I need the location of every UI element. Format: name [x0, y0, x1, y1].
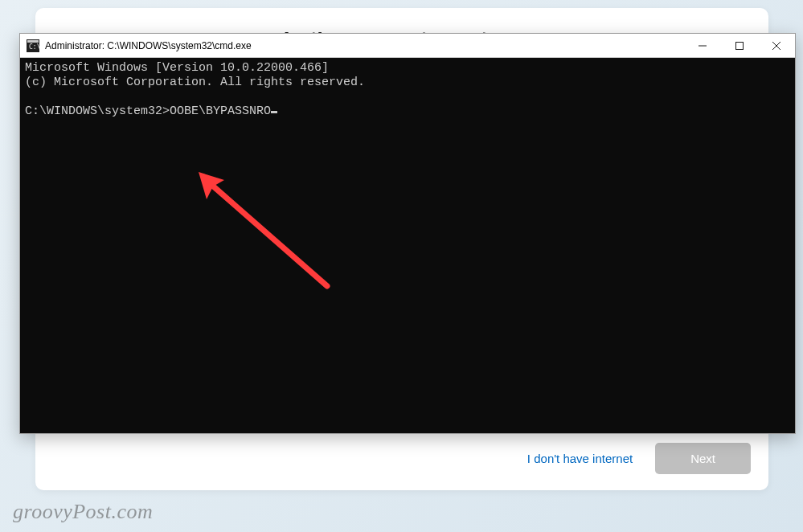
maximize-button[interactable]: [721, 34, 758, 57]
close-button[interactable]: [758, 34, 795, 57]
minimize-icon: [699, 42, 707, 50]
next-button[interactable]: Next: [655, 443, 751, 474]
maximize-icon: [735, 42, 744, 50]
window-titlebar[interactable]: C:\ Administrator: C:\WINDOWS\system32\c…: [20, 34, 795, 58]
svg-line-7: [210, 183, 327, 286]
close-icon: [772, 42, 780, 50]
terminal-line-version: Microsoft Windows [Version 10.0.22000.46…: [25, 61, 329, 75]
terminal-cursor: [271, 111, 277, 113]
svg-text:C:\: C:\: [29, 43, 39, 51]
terminal-typed-command: OOBE\BYPASSNRO: [170, 104, 271, 118]
no-internet-link[interactable]: I don't have internet: [522, 445, 637, 472]
terminal-body[interactable]: Microsoft Windows [Version 10.0.22000.46…: [20, 58, 795, 433]
oobe-actions: I don't have internet Next: [522, 443, 751, 474]
window-title: Administrator: C:\WINDOWS\system32\cmd.e…: [45, 40, 684, 51]
cmd-window: C:\ Administrator: C:\WINDOWS\system32\c…: [19, 33, 796, 434]
svg-rect-1: [27, 40, 39, 43]
terminal-prompt: C:\WINDOWS\system32>: [25, 104, 170, 118]
svg-rect-4: [736, 42, 744, 49]
window-controls: [684, 34, 795, 57]
annotation-arrow-icon: [192, 166, 345, 302]
cmd-icon: C:\: [27, 39, 39, 52]
minimize-button[interactable]: [684, 34, 721, 57]
watermark: groovyPost.com: [13, 500, 153, 524]
terminal-line-copyright: (c) Microsoft Corporation. All rights re…: [25, 76, 365, 89]
